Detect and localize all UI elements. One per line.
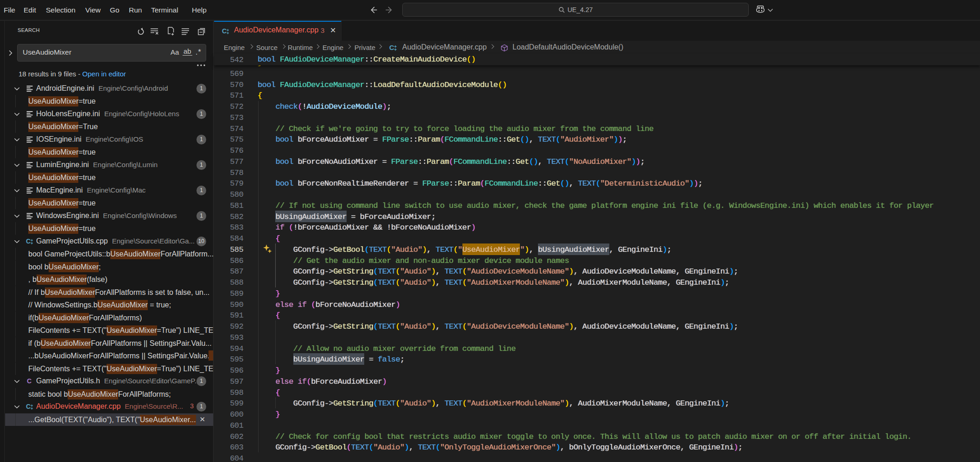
- svg-text:C: C: [389, 44, 394, 51]
- svg-text:C: C: [27, 377, 32, 385]
- svg-text:C: C: [26, 237, 31, 245]
- svg-text:C: C: [26, 403, 31, 410]
- svg-text:C: C: [222, 27, 227, 35]
